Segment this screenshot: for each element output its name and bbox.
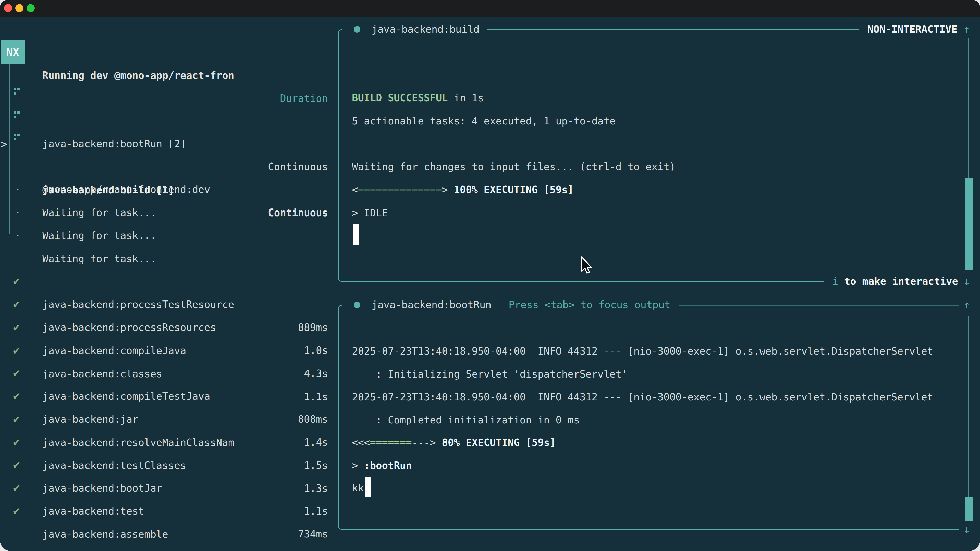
task-name: Waiting for task... xyxy=(42,224,156,247)
scrollbar-track[interactable] xyxy=(968,38,969,178)
terminal-window: NX Running dev @mono-app/react-fron Dura… xyxy=(0,0,980,551)
typed-input: kk xyxy=(352,476,364,499)
task-row-waiting[interactable]: · Waiting for task... xyxy=(0,156,328,178)
scroll-down-icon[interactable]: ↓ xyxy=(964,518,970,541)
mouse-cursor-icon xyxy=(580,256,598,277)
scrollbar-track[interactable] xyxy=(968,316,969,497)
terminal-cursor xyxy=(353,224,359,245)
bootrun-prompt-line: > :bootRun xyxy=(352,454,412,477)
build-waiting-line: Waiting for changes to input files... (c… xyxy=(352,156,676,178)
sidebar-title: Running dev @mono-app/react-fron xyxy=(42,64,234,87)
sidebar-footer: ← 1/2 → quit: q help: ? xyxy=(0,523,328,546)
task-row-done[interactable]: ✔ java-backend:processResources 1.0s xyxy=(0,270,328,293)
task-row-done[interactable]: ✔ java-backend:classes 1.1s xyxy=(0,317,328,340)
log-line: : Completed initialization in 0 ms xyxy=(352,409,579,432)
prompt-chevron: > xyxy=(352,460,364,471)
sidebar-header: Running dev @mono-app/react-fron Duratio… xyxy=(0,41,328,64)
scroll-down-icon[interactable]: ↓ xyxy=(964,270,970,293)
task-duration: 1.1s xyxy=(304,500,328,523)
check-icon: ✔ xyxy=(12,500,21,523)
build-idle-line: > IDLE xyxy=(352,202,388,224)
log-line: : Initializing Servlet 'dispatcherServle… xyxy=(352,363,628,386)
progress-bar-remaining: ---> xyxy=(412,437,436,448)
zoom-button[interactable] xyxy=(27,4,35,12)
spinner-icon xyxy=(14,88,16,90)
task-duration: 774ms xyxy=(298,546,328,551)
task-row-running[interactable]: java-backend:bootRun [2] Continuous xyxy=(0,86,328,110)
close-button[interactable] xyxy=(4,4,12,12)
scrollbar-track[interactable] xyxy=(970,316,971,497)
status-dot-icon xyxy=(354,302,360,308)
task-name: java-backend:test xyxy=(42,500,144,523)
progress-bar-fill: ============== xyxy=(358,184,442,195)
scrollbar-thumb[interactable] xyxy=(965,178,973,270)
task-row-running-selected[interactable]: > java-backend:build [1] Continuous xyxy=(0,110,328,133)
task-row-running[interactable]: @mono-app/react-frontend:dev Continuous xyxy=(0,132,328,155)
log-line: 2025-07-23T13:40:18.950-04:00 INFO 44312… xyxy=(352,386,933,409)
task-row-done[interactable]: ✔ java-backend:processTestResource 889ms xyxy=(0,247,328,270)
task-row-done[interactable]: ✔ java-backend:compileTestJava 808ms xyxy=(0,339,328,362)
progress-bar-close: > xyxy=(442,184,448,195)
panel-build-title: java-backend:build xyxy=(372,18,479,41)
task-row-done[interactable]: ✔ java-backend:testClasses 1.3s xyxy=(0,408,328,431)
progress-bar-open: < xyxy=(352,184,358,195)
scrollbar-thumb[interactable] xyxy=(965,497,973,521)
interactive-hint-text: to make interactive xyxy=(838,275,958,287)
progress-bar-fill: ======= xyxy=(370,437,412,448)
mode-badge: NON-INTERACTIVE xyxy=(867,18,957,41)
build-progress-line: <==============> 100% EXECUTING [59s] xyxy=(352,178,574,201)
terminal-cursor xyxy=(365,477,371,497)
task-row-done[interactable]: ✔ java-backend:assemble 774ms xyxy=(0,477,328,500)
build-tasks-line: 5 actionable tasks: 4 executed, 1 up-to-… xyxy=(352,110,616,133)
progress-bar-open: <<< xyxy=(352,437,370,448)
title-bar xyxy=(0,0,980,17)
spinner-icon xyxy=(14,111,16,114)
interactive-hint: i to make interactive xyxy=(832,270,958,293)
task-row-done[interactable]: ✔ java-backend:resolveMainClassNam 1.5s xyxy=(0,385,328,408)
status-dot-icon xyxy=(354,26,360,33)
task-row-done[interactable]: ✔ java-backend:compileJava 4.3s xyxy=(0,293,328,316)
task-row-waiting[interactable]: · Waiting for task... xyxy=(0,202,328,224)
focus-output-hint: Press <tab> to focus output xyxy=(509,293,670,316)
task-row-waiting[interactable]: · Waiting for task... xyxy=(0,178,328,201)
bootrun-progress-line: <<<=======---> 80% EXECUTING [59s] xyxy=(352,431,555,454)
build-time-text: in 1s xyxy=(448,92,484,103)
pager: ← 1/2 → xyxy=(12,546,54,551)
build-successful-text: BUILD SUCCESSFUL xyxy=(352,92,448,103)
minimize-button[interactable] xyxy=(15,4,24,12)
progress-status: 100% EXECUTING [59s] xyxy=(448,184,574,195)
scroll-up-icon[interactable]: ↑ xyxy=(964,293,970,316)
interactive-hint-key: i xyxy=(832,275,838,287)
task-row-done[interactable]: ✔ java-backend:jar 1.4s xyxy=(0,362,328,385)
scrollbar-track[interactable] xyxy=(970,38,971,178)
build-result-line: BUILD SUCCESSFUL in 1s xyxy=(352,86,484,110)
scroll-up-icon[interactable]: ↑ xyxy=(964,18,970,41)
bullet-icon: · xyxy=(15,224,21,248)
prompt-task: :bootRun xyxy=(364,460,412,471)
spinner-icon xyxy=(14,134,16,136)
log-line: 2025-07-23T13:40:18.950-04:00 INFO 44312… xyxy=(352,340,933,363)
progress-status: 80% EXECUTING [59s] xyxy=(436,437,556,448)
task-row-done[interactable]: ✔ java-backend:bootJar 1.1s xyxy=(0,431,328,454)
panel-bootrun-title: java-backend:bootRun xyxy=(372,293,492,316)
task-row-done[interactable]: ✔ java-backend:test 734ms xyxy=(0,454,328,477)
